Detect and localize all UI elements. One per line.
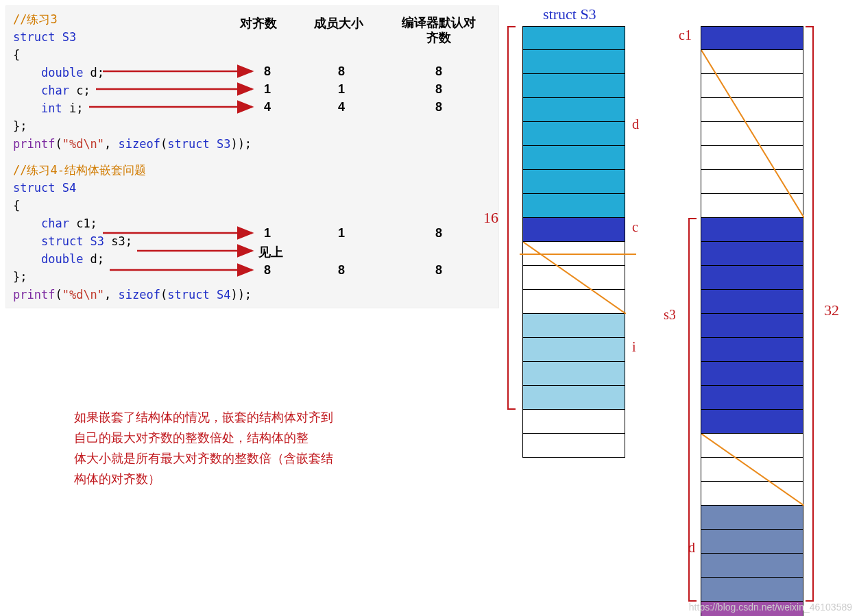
svg-line-8 xyxy=(701,434,804,506)
s3-title: struct S3 xyxy=(543,5,596,23)
brace-32 xyxy=(812,26,814,602)
svg-line-6 xyxy=(523,242,626,314)
s3-stack xyxy=(522,26,625,458)
header-size: 成员大小 xyxy=(314,15,363,32)
watermark: https://blog.csdn.net/weixin_46103589 xyxy=(689,602,852,613)
header-default: 编译器默认对齐数 xyxy=(398,15,480,45)
brace-16 xyxy=(507,26,509,410)
s4-stack xyxy=(701,26,803,616)
code-comment: //练习3 xyxy=(13,12,58,26)
header-align: 对齐数 xyxy=(240,15,277,32)
note-text: 如果嵌套了结构体的情况，嵌套的结构体对齐到 自己的最大对齐数的整数倍处，结构体的… xyxy=(74,407,333,489)
svg-line-7 xyxy=(701,50,804,218)
